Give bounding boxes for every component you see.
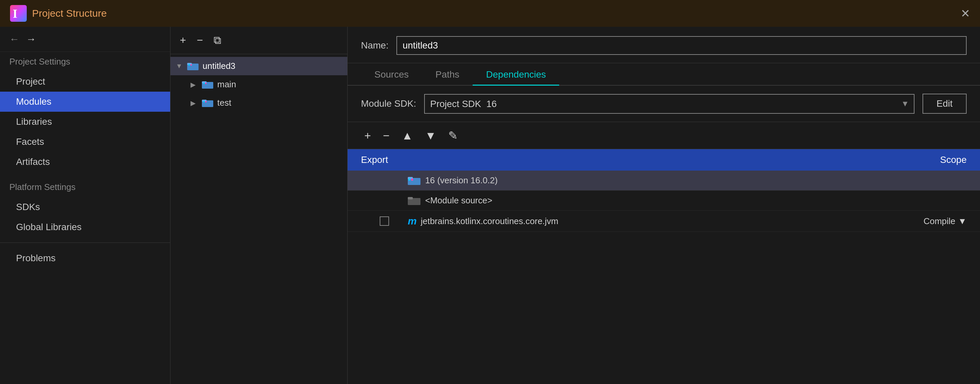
expand-arrow-main: ▶ bbox=[191, 81, 199, 89]
sdk-label: Module SDK: bbox=[361, 98, 416, 109]
sidebar-divider bbox=[0, 242, 170, 243]
sidebar-item-artifacts[interactable]: Artifacts bbox=[0, 152, 170, 172]
sdk-row: Module SDK: Project SDK 16 ▼ Edit bbox=[348, 86, 980, 122]
sidebar-item-sdks[interactable]: SDKs bbox=[0, 197, 170, 217]
folder-icon-module-source bbox=[408, 196, 421, 206]
add-dep-button[interactable]: + bbox=[361, 128, 374, 143]
dep-checkbox-kotlin[interactable] bbox=[380, 217, 389, 226]
remove-module-button[interactable]: − bbox=[194, 33, 206, 48]
dep-name-module-source: <Module source> bbox=[408, 195, 900, 206]
dep-name-kotlin: m jetbrains.kotlinx.coroutines.core.jvm bbox=[408, 215, 900, 227]
col-scope-header: Scope bbox=[900, 155, 967, 165]
platform-settings-label: Platform Settings bbox=[0, 177, 170, 197]
sdk-select[interactable]: Project SDK 16 bbox=[424, 94, 915, 114]
folder-icon-root bbox=[187, 62, 199, 71]
dep-row-kotlin[interactable]: m jetbrains.kotlinx.coroutines.core.jvm … bbox=[348, 211, 980, 232]
copy-module-button[interactable]: ⧉ bbox=[211, 33, 224, 48]
svg-rect-9 bbox=[205, 83, 207, 84]
deps-content: Module SDK: Project SDK 16 ▼ Edit + − ▲ … bbox=[348, 86, 980, 384]
add-module-button[interactable]: + bbox=[177, 33, 189, 48]
deps-table-header: Export Scope bbox=[348, 149, 980, 170]
name-label: Name: bbox=[361, 40, 388, 51]
tree-item-main-label: main bbox=[217, 79, 236, 90]
remove-dep-button[interactable]: − bbox=[380, 128, 393, 143]
sidebar-item-global-libraries[interactable]: Global Libraries bbox=[0, 217, 170, 237]
svg-rect-19 bbox=[408, 197, 413, 199]
nav-arrows: ← → bbox=[0, 27, 170, 52]
svg-rect-5 bbox=[191, 64, 192, 65]
dep-name-sdk: 16 (version 16.0.2) bbox=[408, 175, 900, 186]
tree-item-root-label: untitled3 bbox=[202, 61, 235, 71]
dep-row-sdk[interactable]: 16 (version 16.0.2) bbox=[348, 170, 980, 191]
svg-rect-16 bbox=[409, 178, 410, 181]
close-button[interactable]: ✕ bbox=[961, 8, 970, 19]
tree-item-root[interactable]: ▼ untitled3 bbox=[170, 57, 347, 75]
svg-rect-17 bbox=[411, 178, 413, 181]
folder-icon-test bbox=[202, 98, 214, 108]
edit-dep-button[interactable]: ✎ bbox=[445, 127, 461, 143]
sidebar-item-facets[interactable]: Facets bbox=[0, 132, 170, 152]
scope-dropdown-arrow-icon: ▼ bbox=[958, 216, 967, 226]
kotlin-icon: m bbox=[408, 215, 417, 227]
move-down-dep-button[interactable]: ▼ bbox=[422, 128, 439, 143]
titlebar-title: Project Structure bbox=[32, 8, 107, 19]
deps-table: Export Scope 16 (version 16.0.2 bbox=[348, 149, 980, 384]
svg-rect-8 bbox=[203, 83, 205, 84]
svg-text:I: I bbox=[13, 7, 18, 21]
tree-area: ▼ untitled3 ▶ main bbox=[170, 54, 347, 384]
col-export-header: Export bbox=[361, 155, 408, 165]
sidebar-item-libraries[interactable]: Libraries bbox=[0, 112, 170, 132]
tree-item-main[interactable]: ▶ main bbox=[170, 75, 347, 94]
tab-paths[interactable]: Paths bbox=[422, 63, 473, 86]
move-up-dep-button[interactable]: ▲ bbox=[398, 128, 417, 143]
svg-rect-12 bbox=[203, 101, 205, 102]
tab-dependencies[interactable]: Dependencies bbox=[473, 63, 559, 86]
deps-toolbar: + − ▲ ▼ ✎ bbox=[348, 122, 980, 149]
titlebar: I Project Structure ✕ bbox=[0, 0, 980, 27]
right-panel: Name: Sources Paths Dependencies Module … bbox=[348, 27, 980, 384]
tree-toolbar: + − ⧉ bbox=[170, 27, 347, 54]
edit-sdk-button[interactable]: Edit bbox=[923, 94, 967, 114]
dep-export-kotlin bbox=[361, 217, 408, 226]
name-input[interactable] bbox=[396, 36, 967, 55]
svg-rect-4 bbox=[189, 64, 190, 65]
col-name-header bbox=[408, 155, 900, 165]
tree-item-test-label: test bbox=[217, 98, 231, 108]
project-settings-label: Project Settings bbox=[0, 52, 170, 72]
main-layout: ← → Project Settings Project Modules Lib… bbox=[0, 27, 980, 384]
tab-sources[interactable]: Sources bbox=[361, 63, 422, 86]
forward-button[interactable]: → bbox=[26, 33, 36, 45]
sdk-select-wrapper: Project SDK 16 ▼ bbox=[424, 94, 915, 114]
sidebar-item-problems[interactable]: Problems bbox=[0, 248, 170, 268]
sidebar: ← → Project Settings Project Modules Lib… bbox=[0, 27, 170, 384]
svg-rect-13 bbox=[205, 101, 207, 102]
titlebar-left: I Project Structure bbox=[10, 5, 107, 22]
dep-scope-kotlin[interactable]: Compile ▼ bbox=[900, 216, 967, 226]
tree-item-test[interactable]: ▶ test bbox=[170, 94, 347, 112]
folder-icon-main bbox=[202, 80, 214, 89]
expand-arrow-test: ▶ bbox=[191, 99, 199, 107]
sidebar-item-modules[interactable]: Modules bbox=[0, 92, 170, 112]
folder-icon-sdk bbox=[408, 175, 421, 186]
middle-panel: + − ⧉ ▼ untitled3 ▶ bbox=[170, 27, 348, 384]
app-icon: I bbox=[10, 5, 27, 22]
expand-arrow-root: ▼ bbox=[176, 62, 184, 70]
back-button[interactable]: ← bbox=[10, 33, 19, 45]
name-row: Name: bbox=[348, 27, 980, 63]
tabs-bar: Sources Paths Dependencies bbox=[348, 63, 980, 86]
sidebar-item-project[interactable]: Project bbox=[0, 72, 170, 92]
dep-row-module-source[interactable]: <Module source> bbox=[348, 191, 980, 211]
